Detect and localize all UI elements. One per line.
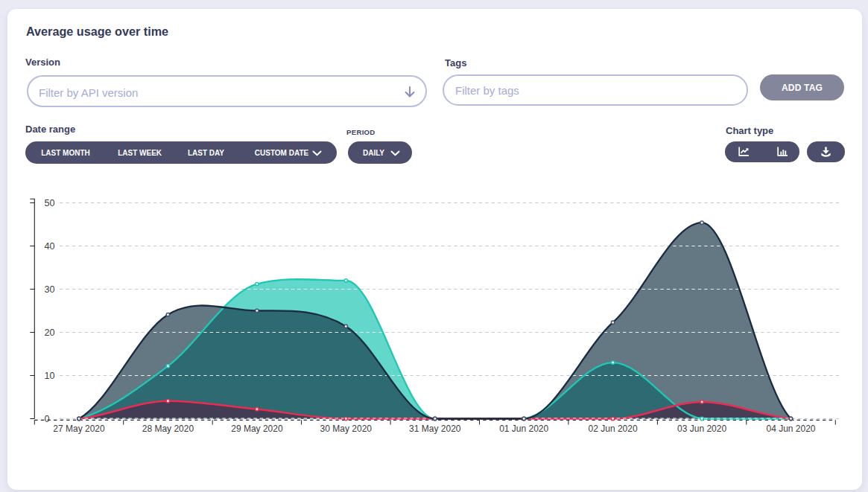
svg-text:04 Jun 2020: 04 Jun 2020 [766,424,815,434]
svg-text:10: 10 [45,371,55,381]
svg-text:40: 40 [45,241,55,252]
svg-text:30 May 2020: 30 May 2020 [320,424,373,434]
svg-text:01 Jun 2020: 01 Jun 2020 [499,424,548,434]
svg-text:30: 30 [45,284,55,295]
svg-text:20: 20 [45,328,55,338]
svg-text:02 Jun 2020: 02 Jun 2020 [589,424,638,434]
svg-text:27 May 2020: 27 May 2020 [53,424,105,434]
svg-text:28 May 2020: 28 May 2020 [142,424,194,434]
svg-text:29 May 2020: 29 May 2020 [231,424,283,434]
svg-text:50: 50 [45,198,55,208]
svg-text:31 May 2020: 31 May 2020 [409,424,461,434]
svg-text:0: 0 [45,414,50,424]
svg-text:03 Jun 2020: 03 Jun 2020 [677,424,726,434]
